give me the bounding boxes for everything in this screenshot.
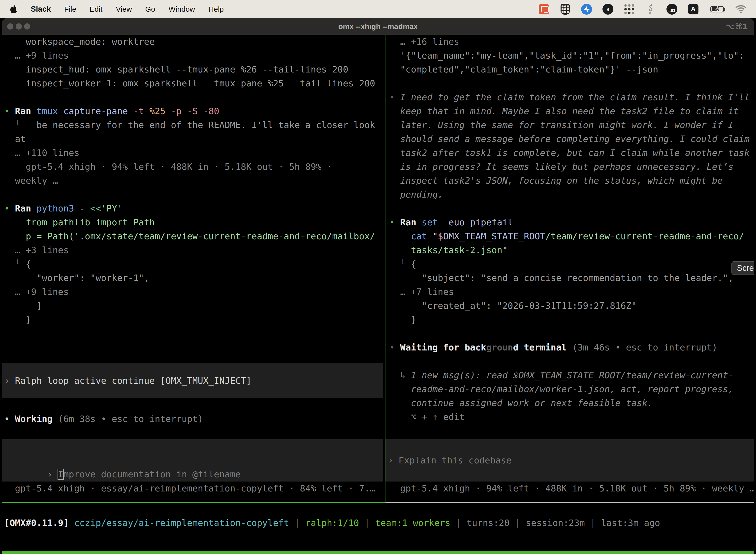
terminal-line: … +3 lines <box>4 243 375 257</box>
terminal-line: from pathlib import Path <box>4 215 375 229</box>
text-cursor: I <box>58 469 63 479</box>
prompt-input-left[interactable]: › Improve documentation in @filename <box>2 439 383 482</box>
terminal-line: weekly … <box>4 174 375 188</box>
letter-a-icon[interactable]: A <box>688 3 699 15</box>
terminal-line: gpt-5.4 xhigh · 94% left · 488K in · 5.1… <box>4 160 375 174</box>
terminal-line: at <box>4 132 375 146</box>
terminal-line: └ be necessary for the end of the README… <box>4 118 375 132</box>
window-shortcut-hint: ⌥⌘1 <box>726 22 748 31</box>
terminal-line: … +9 lines <box>4 285 375 299</box>
terminal-line: "subject": "send a concise recommendatio… <box>389 271 750 285</box>
pane-border-bottom-left <box>2 502 385 503</box>
terminal-line: } <box>4 313 375 327</box>
terminal-content: workspace_mode: worktree … +9 lines insp… <box>2 35 754 554</box>
terminal-line: … +9 lines <box>4 49 375 63</box>
prompt-placeholder: mprove documentation in @filename <box>63 469 241 479</box>
tmux-pane-right: … +16 lines '{"team_name":"my-team","tas… <box>389 35 750 424</box>
terminal-line: pending. <box>389 188 750 202</box>
pane-divider-vertical[interactable] <box>385 35 385 502</box>
terminal-line: readme-and-reco/mailbox/worker-1.json, a… <box>389 382 750 396</box>
terminal-line <box>389 354 750 368</box>
terminal-line: } <box>389 313 750 327</box>
active-app-name[interactable]: Slack <box>31 5 51 14</box>
terminal-line: is in progress? It seems likely but perh… <box>389 160 750 174</box>
terminal-line: p = Path('.omx/state/team/review-current… <box>4 229 375 243</box>
apple-icon[interactable] <box>9 4 19 15</box>
prompt-input-right[interactable]: › Explain this codebase <box>385 439 754 482</box>
terminal-line: • Waiting for background terminal (3m 46… <box>389 340 750 354</box>
terminal-line: gpt-5.4 xhigh · 94% left · 488K in · 5.1… <box>389 482 754 495</box>
tmux-status-bar: [omx-cczip0:bash* "MacBook-Pro-44.local"… <box>2 551 754 554</box>
tmux-host-clock: "MacBook-Pro-44.local" 05:03 31-Mar-26 <box>548 551 754 554</box>
terminal-line: • Working (6m 38s • esc to interrupt) <box>4 412 203 426</box>
ralph-loop-banner: › Ralph loop active continue [OMX_TMUX_I… <box>2 363 383 398</box>
terminal-line <box>389 76 750 90</box>
terminal-line: └ { <box>389 257 750 271</box>
terminal-line: workspace_mode: worktree <box>4 35 375 49</box>
terminal-line: ↳ 1 new msg(s): read $OMX_TEAM_STATE_ROO… <box>389 368 750 382</box>
terminal-line: • Ran set -euo pipefail <box>389 215 750 229</box>
squiggle-icon[interactable] <box>645 3 656 15</box>
menu-item-file[interactable]: File <box>64 5 76 13</box>
terminal-line: … +7 lines <box>389 285 750 299</box>
terminal-line <box>4 90 375 104</box>
terminal-line: inspect task2's JSON, focusing on the st… <box>389 174 750 188</box>
terminal-line: inspect_hud: omx sparkshell --tmux-pane … <box>4 63 375 76</box>
menu-item-help[interactable]: Help <box>208 5 224 13</box>
menu-item-window[interactable]: Window <box>169 5 195 13</box>
crescent-app-icon[interactable]: ◖ <box>602 3 614 15</box>
terminal-line: gpt-5.4 xhigh · essay/ai-reimplementatio… <box>4 482 375 495</box>
terminal-line: › Explain this codebase <box>385 453 512 467</box>
terminal-line: cat "$OMX_TEAM_STATE_ROOT/team/review-cu… <box>389 229 750 243</box>
status-icons: ◖ ..61 A <box>538 3 747 15</box>
wifi-icon[interactable] <box>735 3 747 15</box>
pane-border-bottom-right <box>385 502 754 503</box>
shield-grid-icon[interactable] <box>560 3 571 15</box>
terminal-line <box>389 327 750 340</box>
model-status-right: gpt-5.4 xhigh · 94% left · 488K in · 5.1… <box>389 482 754 495</box>
terminal-line: tasks/task-2.json" <box>389 243 750 257</box>
battery-icon[interactable] <box>709 3 725 15</box>
menu-item-edit[interactable]: Edit <box>89 5 103 13</box>
terminal-line: › Ralph loop active continue [OMX_TMUX_I… <box>2 374 252 388</box>
terminal-line: "worker": "worker-1", <box>4 271 375 285</box>
terminal-line: later. Using the same for transition mig… <box>389 118 750 132</box>
tmux-session-name[interactable]: [omx-cczip0:bash* <box>2 551 95 554</box>
terminal-line: … +110 lines <box>4 146 375 160</box>
dots-grid-icon[interactable] <box>624 3 635 15</box>
terminal-line: [OMX#0.11.9] cczip/essay/ai-reimplementa… <box>4 516 660 530</box>
terminal-line: '{"team_name":"my-team","task_id":"1","f… <box>389 49 750 63</box>
terminal-line: inspect_worker-1: omx sparkshell --tmux-… <box>4 76 375 90</box>
screen-tooltip: Scre <box>732 261 754 275</box>
menu-item-view[interactable]: View <box>116 5 132 13</box>
terminal-line: • Ran python3 - <<'PY' <box>4 202 375 215</box>
working-status: • Working (6m 38s • esc to interrupt) <box>4 412 203 426</box>
terminal-line: • I need to get the claim token from the… <box>389 90 750 104</box>
terminal-line <box>4 188 375 202</box>
menu-bar: Slack FileEditViewGoWindowHelp ◖ ..61 A <box>0 0 756 18</box>
terminal-line: keep that in mind. Maybe I also need the… <box>389 104 750 118</box>
app-menus: FileEditViewGoWindowHelp <box>64 5 237 13</box>
terminal-line: ⌥ + ↑ edit <box>389 410 750 424</box>
terminal-line: ] <box>4 299 375 313</box>
badge-61-icon[interactable]: ..61 <box>666 3 678 15</box>
terminal-line: "created_at": "2026-03-31T11:59:27.816Z" <box>389 299 750 313</box>
blue-pulse-icon[interactable] <box>581 3 592 15</box>
terminal-line: • Ran tmux capture-pane -t %25 -p -S -80 <box>4 104 375 118</box>
terminal-window: omx --xhigh --madmax ⌥⌘1 workspace_mode:… <box>2 18 754 554</box>
terminal-line: should send a message before completing … <box>389 132 750 146</box>
window-title: omx --xhigh --madmax <box>2 22 754 31</box>
model-status-left: gpt-5.4 xhigh · essay/ai-reimplementatio… <box>4 482 375 495</box>
omx-session-status: [OMX#0.11.9] cczip/essay/ai-reimplementa… <box>4 516 660 530</box>
prompt-chevron: › <box>47 469 58 479</box>
window-title-bar[interactable]: omx --xhigh --madmax ⌥⌘1 <box>2 18 754 35</box>
terminal-line: … +16 lines <box>389 35 750 49</box>
terminal-line: continue assigned work or next feasible … <box>389 396 750 410</box>
terminal-line <box>389 202 750 215</box>
terminal-line: └ { <box>4 257 375 271</box>
terminal-line: task2 after task1 is complete, but can I… <box>389 146 750 160</box>
tmux-pane-left: workspace_mode: worktree … +9 lines insp… <box>4 35 375 327</box>
chat-app-icon[interactable] <box>538 3 550 15</box>
terminal-line: "completed","claim_token":"claim-token"}… <box>389 63 750 76</box>
menu-item-go[interactable]: Go <box>145 5 155 13</box>
